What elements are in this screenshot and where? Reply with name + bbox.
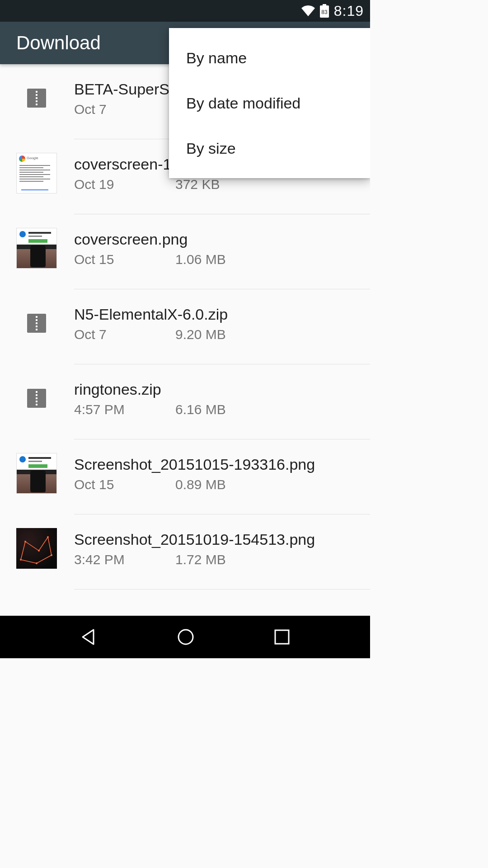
status-bar: 83 8:19 xyxy=(0,0,370,22)
zip-icon xyxy=(27,89,46,108)
file-row[interactable]: N5-ElementalX-6.0.zip Oct 7 9.20 MB xyxy=(0,289,370,364)
home-button[interactable] xyxy=(177,628,195,646)
svg-point-5 xyxy=(47,536,49,538)
file-name: Screenshot_20151019-154513.png xyxy=(74,531,363,548)
file-thumbnail xyxy=(16,303,57,344)
file-name: N5-ElementalX-6.0.zip xyxy=(74,306,363,323)
image-thumbnail xyxy=(16,453,57,494)
sort-by-size[interactable]: By size xyxy=(169,126,370,171)
file-thumbnail xyxy=(16,228,57,269)
file-size: 6.16 MB xyxy=(175,402,226,417)
svg-point-3 xyxy=(24,541,26,542)
file-date: 3:42 PM xyxy=(74,552,175,567)
back-button[interactable] xyxy=(80,628,98,646)
svg-point-8 xyxy=(178,630,193,644)
file-thumbnail xyxy=(16,453,57,494)
wifi-icon xyxy=(301,5,315,16)
svg-point-6 xyxy=(51,554,52,556)
file-row[interactable]: Screenshot_20151019-154513.png 3:42 PM 1… xyxy=(0,514,370,590)
file-thumbnail: Google xyxy=(16,153,57,193)
file-size: 1.72 MB xyxy=(175,552,226,567)
image-thumbnail xyxy=(16,528,57,569)
file-date: Oct 15 xyxy=(74,252,175,267)
zip-icon xyxy=(27,389,46,408)
file-thumbnail xyxy=(16,78,57,118)
file-thumbnail xyxy=(16,528,57,569)
zip-icon xyxy=(27,314,46,333)
file-thumbnail xyxy=(16,378,57,419)
sort-by-name[interactable]: By name xyxy=(169,35,370,80)
file-size: 1.06 MB xyxy=(175,252,226,267)
file-size: 372 KB xyxy=(175,177,220,192)
svg-point-2 xyxy=(20,559,22,561)
sort-by-date-modified[interactable]: By date modified xyxy=(169,80,370,126)
file-date: Oct 7 xyxy=(74,102,175,117)
battery-icon: 83 xyxy=(319,4,329,18)
image-thumbnail xyxy=(16,228,57,269)
navigation-bar xyxy=(0,616,370,658)
file-date: Oct 19 xyxy=(74,177,175,192)
file-date: Oct 7 xyxy=(74,327,175,342)
file-size: 0.89 MB xyxy=(175,477,226,492)
image-thumbnail: Google xyxy=(16,153,57,193)
recent-apps-button[interactable] xyxy=(274,629,290,645)
sort-menu: By name By date modified By size xyxy=(169,28,370,178)
file-name: coverscreen.png xyxy=(74,231,363,248)
file-row[interactable]: Screenshot_20151015-193316.png Oct 15 0.… xyxy=(0,439,370,514)
file-name: Screenshot_20151015-193316.png xyxy=(74,456,363,473)
file-row[interactable]: ringtones.zip 4:57 PM 6.16 MB xyxy=(0,364,370,439)
svg-point-4 xyxy=(38,550,40,552)
svg-point-7 xyxy=(36,562,38,564)
battery-percent-text: 83 xyxy=(321,9,328,15)
file-size: 9.20 MB xyxy=(175,327,226,342)
file-date: Oct 15 xyxy=(74,477,175,492)
page-title: Download xyxy=(16,32,101,54)
svg-rect-9 xyxy=(275,630,289,644)
file-date: 4:57 PM xyxy=(74,402,175,417)
file-row[interactable]: coverscreen.png Oct 15 1.06 MB xyxy=(0,214,370,289)
file-name: ringtones.zip xyxy=(74,381,363,398)
svg-rect-0 xyxy=(323,4,326,5)
status-time: 8:19 xyxy=(334,3,364,19)
